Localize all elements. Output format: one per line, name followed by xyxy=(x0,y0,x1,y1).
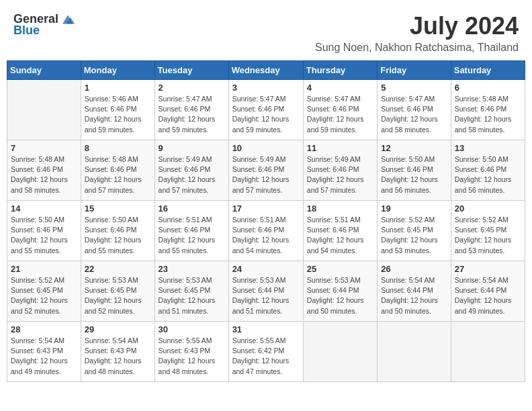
day-number: 4 xyxy=(307,83,373,93)
day-number: 1 xyxy=(85,83,151,93)
logo: General Blue xyxy=(13,12,76,38)
calendar-header-row: SundayMondayTuesdayWednesdayThursdayFrid… xyxy=(7,61,525,80)
calendar-week-row: 1Sunrise: 5:46 AMSunset: 6:46 PMDaylight… xyxy=(7,80,525,140)
day-number: 25 xyxy=(307,264,373,274)
day-number: 23 xyxy=(159,264,225,274)
day-number: 8 xyxy=(85,143,151,153)
day-number: 20 xyxy=(455,203,521,214)
day-info: Sunrise: 5:49 AMSunset: 6:46 PMDaylight:… xyxy=(232,154,300,195)
month-year-title: July 2024 xyxy=(315,12,519,40)
day-number: 5 xyxy=(381,83,447,93)
day-info: Sunrise: 5:50 AMSunset: 6:46 PMDaylight:… xyxy=(11,215,77,256)
calendar-cell: 7Sunrise: 5:48 AMSunset: 6:46 PMDaylight… xyxy=(7,140,81,201)
calendar-cell: 22Sunrise: 5:53 AMSunset: 6:45 PMDayligh… xyxy=(81,261,154,322)
calendar-cell: 28Sunrise: 5:54 AMSunset: 6:43 PMDayligh… xyxy=(7,322,81,382)
day-info: Sunrise: 5:47 AMSunset: 6:46 PMDaylight:… xyxy=(307,94,373,135)
calendar-cell: 9Sunrise: 5:49 AMSunset: 6:46 PMDaylight… xyxy=(154,140,228,201)
day-number: 2 xyxy=(159,83,225,93)
day-info: Sunrise: 5:46 AMSunset: 6:46 PMDaylight:… xyxy=(85,94,151,135)
calendar-week-row: 21Sunrise: 5:52 AMSunset: 6:45 PMDayligh… xyxy=(7,261,525,322)
day-info: Sunrise: 5:54 AMSunset: 6:43 PMDaylight:… xyxy=(85,336,151,377)
day-number: 22 xyxy=(85,264,151,274)
header-tuesday: Tuesday xyxy=(154,61,228,80)
calendar-cell: 21Sunrise: 5:52 AMSunset: 6:45 PMDayligh… xyxy=(7,261,81,322)
day-number: 16 xyxy=(159,203,225,214)
day-number: 3 xyxy=(232,83,300,93)
day-info: Sunrise: 5:54 AMSunset: 6:44 PMDaylight:… xyxy=(455,275,521,316)
calendar-cell: 6Sunrise: 5:48 AMSunset: 6:46 PMDaylight… xyxy=(451,80,525,140)
day-info: Sunrise: 5:48 AMSunset: 6:46 PMDaylight:… xyxy=(85,154,151,195)
calendar-cell: 15Sunrise: 5:50 AMSunset: 6:46 PMDayligh… xyxy=(81,201,154,261)
calendar-cell: 8Sunrise: 5:48 AMSunset: 6:46 PMDaylight… xyxy=(81,140,154,201)
calendar-cell xyxy=(7,80,81,140)
title-area: July 2024 Sung Noen, Nakhon Ratchasima, … xyxy=(315,12,519,54)
calendar-cell: 25Sunrise: 5:53 AMSunset: 6:44 PMDayligh… xyxy=(303,261,377,322)
day-number: 10 xyxy=(232,143,300,153)
logo-blue: Blue xyxy=(13,24,40,38)
day-info: Sunrise: 5:53 AMSunset: 6:45 PMDaylight:… xyxy=(159,275,225,316)
calendar-cell: 1Sunrise: 5:46 AMSunset: 6:46 PMDaylight… xyxy=(81,80,154,140)
day-info: Sunrise: 5:55 AMSunset: 6:42 PMDaylight:… xyxy=(232,336,300,377)
logo-icon xyxy=(60,13,76,26)
calendar-cell: 18Sunrise: 5:51 AMSunset: 6:46 PMDayligh… xyxy=(303,201,377,261)
day-info: Sunrise: 5:47 AMSunset: 6:46 PMDaylight:… xyxy=(232,94,300,135)
day-number: 27 xyxy=(455,264,521,274)
day-info: Sunrise: 5:54 AMSunset: 6:43 PMDaylight:… xyxy=(11,336,77,377)
calendar-cell: 19Sunrise: 5:52 AMSunset: 6:45 PMDayligh… xyxy=(378,201,451,261)
location-subtitle: Sung Noen, Nakhon Ratchasima, Thailand xyxy=(315,42,519,54)
day-number: 31 xyxy=(232,324,300,334)
day-number: 14 xyxy=(11,203,77,214)
day-info: Sunrise: 5:53 AMSunset: 6:44 PMDaylight:… xyxy=(232,275,300,316)
day-number: 21 xyxy=(11,264,77,274)
calendar-cell: 11Sunrise: 5:49 AMSunset: 6:46 PMDayligh… xyxy=(303,140,377,201)
day-info: Sunrise: 5:47 AMSunset: 6:46 PMDaylight:… xyxy=(381,94,447,135)
day-number: 18 xyxy=(307,203,373,214)
day-number: 15 xyxy=(85,203,151,214)
day-info: Sunrise: 5:53 AMSunset: 6:45 PMDaylight:… xyxy=(85,275,151,316)
day-number: 17 xyxy=(232,203,300,214)
day-info: Sunrise: 5:50 AMSunset: 6:46 PMDaylight:… xyxy=(381,154,447,195)
calendar-cell: 14Sunrise: 5:50 AMSunset: 6:46 PMDayligh… xyxy=(7,201,81,261)
day-number: 12 xyxy=(381,143,447,153)
day-number: 24 xyxy=(232,264,300,274)
day-info: Sunrise: 5:53 AMSunset: 6:44 PMDaylight:… xyxy=(307,275,373,316)
calendar-cell: 5Sunrise: 5:47 AMSunset: 6:46 PMDaylight… xyxy=(378,80,451,140)
day-info: Sunrise: 5:52 AMSunset: 6:45 PMDaylight:… xyxy=(455,215,521,256)
header: General Blue July 2024 Sung Noen, Nakhon… xyxy=(7,7,525,56)
day-number: 30 xyxy=(159,324,225,334)
day-info: Sunrise: 5:55 AMSunset: 6:43 PMDaylight:… xyxy=(159,336,225,377)
day-info: Sunrise: 5:51 AMSunset: 6:46 PMDaylight:… xyxy=(307,215,373,256)
header-thursday: Thursday xyxy=(303,61,377,80)
day-info: Sunrise: 5:48 AMSunset: 6:46 PMDaylight:… xyxy=(455,94,521,135)
day-info: Sunrise: 5:52 AMSunset: 6:45 PMDaylight:… xyxy=(381,215,447,256)
header-friday: Friday xyxy=(378,61,451,80)
day-number: 11 xyxy=(307,143,373,153)
day-number: 7 xyxy=(11,143,77,153)
calendar-cell: 23Sunrise: 5:53 AMSunset: 6:45 PMDayligh… xyxy=(154,261,228,322)
calendar-cell: 12Sunrise: 5:50 AMSunset: 6:46 PMDayligh… xyxy=(378,140,451,201)
calendar-cell: 26Sunrise: 5:54 AMSunset: 6:44 PMDayligh… xyxy=(378,261,451,322)
calendar-cell xyxy=(451,322,525,382)
calendar-week-row: 7Sunrise: 5:48 AMSunset: 6:46 PMDaylight… xyxy=(7,140,525,201)
day-number: 28 xyxy=(11,324,77,334)
calendar-cell: 29Sunrise: 5:54 AMSunset: 6:43 PMDayligh… xyxy=(81,322,154,382)
calendar-cell: 31Sunrise: 5:55 AMSunset: 6:42 PMDayligh… xyxy=(228,322,303,382)
calendar-cell: 13Sunrise: 5:50 AMSunset: 6:46 PMDayligh… xyxy=(451,140,525,201)
calendar-cell: 4Sunrise: 5:47 AMSunset: 6:46 PMDaylight… xyxy=(303,80,377,140)
day-info: Sunrise: 5:50 AMSunset: 6:46 PMDaylight:… xyxy=(455,154,521,195)
calendar-cell: 27Sunrise: 5:54 AMSunset: 6:44 PMDayligh… xyxy=(451,261,525,322)
header-saturday: Saturday xyxy=(451,61,525,80)
calendar-cell: 2Sunrise: 5:47 AMSunset: 6:46 PMDaylight… xyxy=(154,80,228,140)
calendar-cell xyxy=(378,322,451,382)
day-info: Sunrise: 5:49 AMSunset: 6:46 PMDaylight:… xyxy=(159,154,225,195)
day-info: Sunrise: 5:52 AMSunset: 6:45 PMDaylight:… xyxy=(11,275,77,316)
calendar-week-row: 28Sunrise: 5:54 AMSunset: 6:43 PMDayligh… xyxy=(7,322,525,382)
header-sunday: Sunday xyxy=(7,61,81,80)
day-number: 13 xyxy=(455,143,521,153)
day-info: Sunrise: 5:48 AMSunset: 6:46 PMDaylight:… xyxy=(11,154,77,195)
day-number: 19 xyxy=(381,203,447,214)
day-number: 26 xyxy=(381,264,447,274)
calendar-cell: 3Sunrise: 5:47 AMSunset: 6:46 PMDaylight… xyxy=(228,80,303,140)
day-number: 9 xyxy=(159,143,225,153)
calendar-cell: 24Sunrise: 5:53 AMSunset: 6:44 PMDayligh… xyxy=(228,261,303,322)
